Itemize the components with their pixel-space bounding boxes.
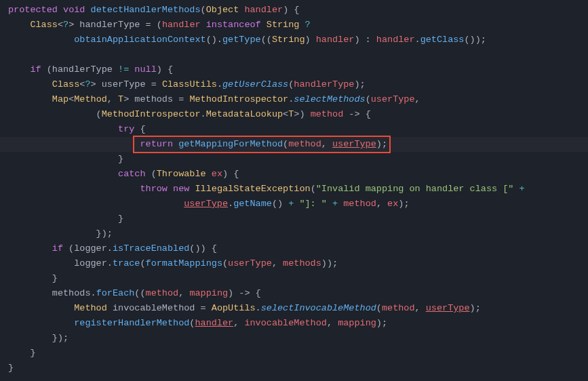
parameter: handler <box>316 35 355 45</box>
punctuation: ) <box>305 35 316 45</box>
type: MethodIntrospector <box>189 94 288 104</box>
punctuation: ) { <box>157 64 173 75</box>
brace: } <box>8 363 14 373</box>
space <box>206 169 212 179</box>
indent <box>8 243 52 254</box>
code-line: } <box>8 212 588 226</box>
variable-captured: userType <box>332 139 376 149</box>
method-call: getUserClass <box>222 79 288 89</box>
string: "Invalid mapping on handler class [" <box>316 184 514 194</box>
punctuation: > <box>123 94 134 104</box>
punctuation: ) { <box>222 169 239 179</box>
type: IllegalStateException <box>195 184 310 194</box>
type: Map <box>52 94 68 104</box>
code-line: if (handlerType != null) { <box>8 62 588 77</box>
punctuation: , <box>107 94 118 104</box>
keyword: protected <box>8 5 58 15</box>
type: AopUtils <box>212 303 256 313</box>
type: MetadataLookup <box>206 109 283 119</box>
variable: logger <box>74 258 107 268</box>
type: String <box>267 20 300 30</box>
code-editor[interactable]: protected void detectHandlerMethods(Obje… <box>8 3 588 376</box>
parameter: method <box>382 303 415 313</box>
type: String <box>272 35 305 45</box>
code-line: registerHandlerMethod(handler, invocable… <box>8 316 588 331</box>
parameter: handler <box>376 35 415 45</box>
indent <box>8 318 74 328</box>
punctuation: ( <box>376 303 382 313</box>
punctuation: ) -> { <box>228 288 261 298</box>
brace: } <box>8 273 58 283</box>
indent: ( <box>8 109 102 119</box>
punctuation: < <box>283 109 288 119</box>
parameter: invocableMethod <box>244 318 327 328</box>
indent <box>8 35 74 45</box>
punctuation: ( <box>140 258 145 268</box>
parameter: handler <box>162 20 201 30</box>
string: "]: " <box>299 199 327 209</box>
indent <box>8 169 118 179</box>
punctuation: { <box>134 124 145 134</box>
variable: methods <box>134 94 173 104</box>
method-call: getType <box>222 35 261 45</box>
code-line-blank <box>8 47 588 62</box>
punctuation: ) { <box>283 5 299 15</box>
punctuation: ) : <box>354 35 376 45</box>
type: Throwable <box>157 169 206 179</box>
code-line: protected void detectHandlerMethods(Obje… <box>8 3 588 18</box>
keyword: catch <box>118 169 146 179</box>
punctuation: . <box>217 79 222 89</box>
punctuation: ( <box>283 139 288 149</box>
method-call: obtainApplicationContext <box>74 35 205 45</box>
punctuation: , <box>327 318 338 328</box>
indent <box>8 124 118 134</box>
indent <box>8 258 74 268</box>
punctuation: ); <box>376 139 387 149</box>
parameter: mapping <box>338 318 376 328</box>
punctuation: = ( <box>140 20 161 30</box>
punctuation: (( <box>134 288 145 298</box>
punctuation: > <box>68 20 79 30</box>
code-line: } <box>8 152 588 167</box>
variable: invocableMethod <box>113 303 195 313</box>
punctuation: () <box>272 199 288 209</box>
punctuation: , <box>376 199 387 209</box>
type: Class <box>52 79 80 89</box>
keyword: return <box>140 139 173 149</box>
code-line: } <box>8 346 588 361</box>
operator: + <box>332 199 338 209</box>
brace: }); <box>8 228 113 239</box>
parameter: mapping <box>189 288 228 298</box>
indent <box>8 303 74 313</box>
punctuation: , <box>415 303 426 313</box>
punctuation: , <box>272 258 283 268</box>
text-cursor: | <box>387 139 393 149</box>
parameter: handlerType <box>294 79 354 89</box>
parameter: handler <box>244 5 283 15</box>
punctuation: >) <box>294 109 310 119</box>
code-line: methods.forEach((method, mapping) -> { <box>8 286 588 301</box>
punctuation: (( <box>261 35 272 45</box>
variable-captured: userType <box>184 199 228 209</box>
code-line: if (logger.isTraceEnabled()) { <box>8 241 588 256</box>
punctuation: ); <box>470 303 481 313</box>
type: MethodIntrospector <box>102 109 201 119</box>
code-line: catch (Throwable ex) { <box>8 167 588 182</box>
punctuation: ( <box>222 258 228 268</box>
parameter: userType <box>228 258 272 268</box>
keyword: if <box>52 243 63 254</box>
punctuation: . <box>201 109 206 119</box>
type: Class <box>30 20 58 30</box>
punctuation: . <box>415 35 420 45</box>
code-line: (MethodIntrospector.MetadataLookup<T>) m… <box>8 107 588 122</box>
method-call: selectInvocableMethod <box>261 303 376 313</box>
code-line: throw new IllegalStateException("Invalid… <box>8 182 588 197</box>
method-call: forEach <box>96 288 135 298</box>
punctuation: . <box>256 303 261 313</box>
brace: } <box>8 214 123 224</box>
variable: handlerType <box>79 20 140 30</box>
brace: }); <box>8 333 68 343</box>
indent <box>8 139 140 149</box>
type: Method <box>74 94 107 104</box>
operator: ? <box>299 20 310 30</box>
